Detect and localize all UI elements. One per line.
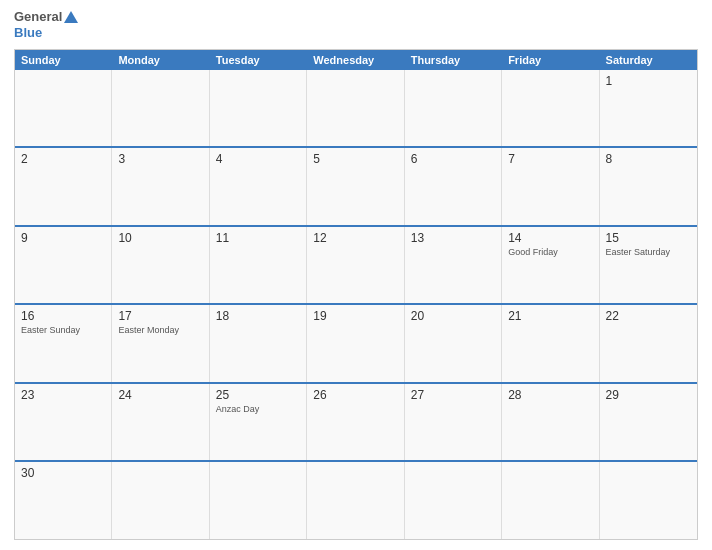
calendar-page: GeneralBlue SundayMondayTuesdayWednesday… [0, 0, 712, 550]
day-header-tuesday: Tuesday [210, 50, 307, 70]
week-row-3: 16Easter Sunday17Easter Monday1819202122 [15, 303, 697, 382]
day-cell: 4 [210, 148, 307, 225]
day-cell: 15Easter Saturday [600, 227, 697, 304]
day-number: 2 [21, 152, 105, 166]
day-cell: 29 [600, 384, 697, 461]
day-number: 19 [313, 309, 397, 323]
day-cell: 28 [502, 384, 599, 461]
day-cell: 17Easter Monday [112, 305, 209, 382]
day-headers-row: SundayMondayTuesdayWednesdayThursdayFrid… [15, 50, 697, 70]
day-number: 8 [606, 152, 691, 166]
logo: GeneralBlue [14, 10, 78, 41]
day-number: 1 [606, 74, 691, 88]
day-cell: 11 [210, 227, 307, 304]
day-header-thursday: Thursday [405, 50, 502, 70]
day-number: 4 [216, 152, 300, 166]
week-row-5: 30 [15, 460, 697, 539]
day-number: 30 [21, 466, 105, 480]
day-cell: 24 [112, 384, 209, 461]
day-event: Anzac Day [216, 404, 300, 416]
day-event: Easter Monday [118, 325, 202, 337]
day-cell: 16Easter Sunday [15, 305, 112, 382]
day-cell: 2 [15, 148, 112, 225]
day-cell: 18 [210, 305, 307, 382]
weeks-container: 1234567891011121314Good Friday15Easter S… [15, 70, 697, 539]
day-cell: 19 [307, 305, 404, 382]
day-number: 10 [118, 231, 202, 245]
day-cell [210, 70, 307, 147]
day-number: 29 [606, 388, 691, 402]
day-number: 18 [216, 309, 300, 323]
day-cell [112, 462, 209, 539]
day-cell [307, 70, 404, 147]
day-number: 27 [411, 388, 495, 402]
day-event: Easter Sunday [21, 325, 105, 337]
day-cell: 14Good Friday [502, 227, 599, 304]
day-cell: 13 [405, 227, 502, 304]
day-cell: 5 [307, 148, 404, 225]
day-number: 14 [508, 231, 592, 245]
day-cell [210, 462, 307, 539]
day-cell: 1 [600, 70, 697, 147]
day-event: Good Friday [508, 247, 592, 259]
day-header-sunday: Sunday [15, 50, 112, 70]
day-cell [405, 70, 502, 147]
day-cell: 3 [112, 148, 209, 225]
day-number: 12 [313, 231, 397, 245]
day-cell: 30 [15, 462, 112, 539]
day-cell [307, 462, 404, 539]
day-header-friday: Friday [502, 50, 599, 70]
day-number: 11 [216, 231, 300, 245]
day-number: 26 [313, 388, 397, 402]
day-cell: 27 [405, 384, 502, 461]
day-number: 6 [411, 152, 495, 166]
day-number: 13 [411, 231, 495, 245]
day-cell: 26 [307, 384, 404, 461]
calendar-grid: SundayMondayTuesdayWednesdayThursdayFrid… [14, 49, 698, 540]
day-cell [112, 70, 209, 147]
day-cell: 9 [15, 227, 112, 304]
day-number: 20 [411, 309, 495, 323]
day-number: 21 [508, 309, 592, 323]
week-row-1: 2345678 [15, 146, 697, 225]
day-number: 22 [606, 309, 691, 323]
day-number: 23 [21, 388, 105, 402]
week-row-2: 91011121314Good Friday15Easter Saturday [15, 225, 697, 304]
day-cell: 7 [502, 148, 599, 225]
day-cell: 21 [502, 305, 599, 382]
day-cell: 12 [307, 227, 404, 304]
day-number: 9 [21, 231, 105, 245]
day-number: 28 [508, 388, 592, 402]
day-cell: 22 [600, 305, 697, 382]
day-number: 7 [508, 152, 592, 166]
day-number: 24 [118, 388, 202, 402]
day-cell [502, 70, 599, 147]
day-number: 15 [606, 231, 691, 245]
day-number: 5 [313, 152, 397, 166]
day-cell: 8 [600, 148, 697, 225]
day-cell [405, 462, 502, 539]
day-cell [15, 70, 112, 147]
logo-triangle-icon [64, 11, 78, 23]
day-cell [502, 462, 599, 539]
week-row-0: 1 [15, 70, 697, 147]
week-row-4: 232425Anzac Day26272829 [15, 382, 697, 461]
day-cell: 20 [405, 305, 502, 382]
day-number: 16 [21, 309, 105, 323]
day-header-saturday: Saturday [600, 50, 697, 70]
day-cell: 23 [15, 384, 112, 461]
day-header-wednesday: Wednesday [307, 50, 404, 70]
day-number: 25 [216, 388, 300, 402]
day-cell [600, 462, 697, 539]
logo-blue-text: Blue [14, 26, 42, 40]
day-number: 3 [118, 152, 202, 166]
calendar-header: GeneralBlue [14, 10, 698, 41]
day-cell: 6 [405, 148, 502, 225]
day-cell: 10 [112, 227, 209, 304]
logo-general-text: General [14, 10, 62, 24]
day-header-monday: Monday [112, 50, 209, 70]
day-number: 17 [118, 309, 202, 323]
day-event: Easter Saturday [606, 247, 691, 259]
day-cell: 25Anzac Day [210, 384, 307, 461]
